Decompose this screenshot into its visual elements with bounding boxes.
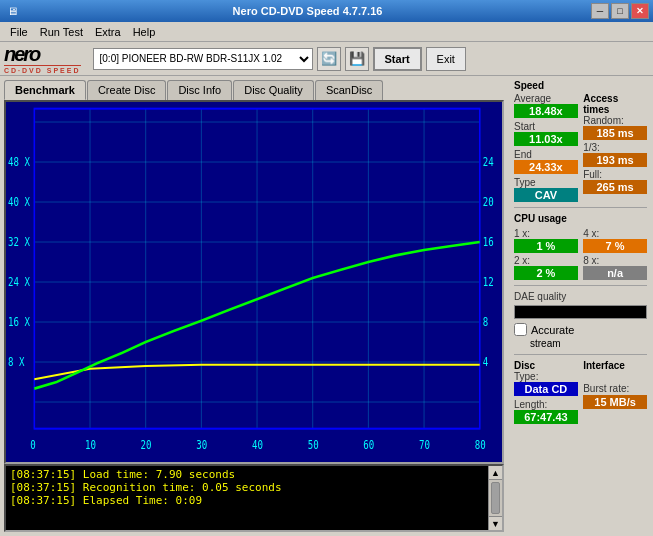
menu-run-test[interactable]: Run Test	[34, 24, 89, 40]
svg-text:12: 12	[483, 275, 494, 290]
svg-text:8 X: 8 X	[8, 355, 25, 370]
interface-col: Interface Burst rate: 15 MB/s	[583, 360, 647, 424]
one-third-label: 1/3:	[583, 142, 647, 153]
main-area: Benchmark Create Disc Disc Info Disc Qua…	[0, 76, 653, 536]
exit-button[interactable]: Exit	[426, 47, 466, 71]
refresh-icon-button[interactable]: 🔄	[317, 47, 341, 71]
menu-help[interactable]: Help	[127, 24, 162, 40]
svg-text:10: 10	[85, 437, 96, 452]
svg-text:0: 0	[30, 437, 35, 452]
disc-section-title: Disc	[514, 360, 578, 371]
disc-length-label: Length:	[514, 399, 578, 410]
average-label: Average	[514, 93, 578, 104]
end-value: 24.33x	[514, 160, 578, 174]
svg-text:40: 40	[252, 437, 263, 452]
log-line-3: [08:37:15] Elapsed Time: 0:09	[10, 494, 484, 507]
type-value: CAV	[514, 188, 578, 202]
cpu-1x-value: 1 %	[514, 239, 578, 253]
accurate-stream-row: Accurate	[514, 323, 647, 336]
menu-extra[interactable]: Extra	[89, 24, 127, 40]
tab-benchmark[interactable]: Benchmark	[4, 80, 86, 100]
save-icon-button[interactable]: 💾	[345, 47, 369, 71]
chart-container: 48 X 40 X 32 X 24 X 16 X 8 X 24 20 16 12…	[4, 100, 504, 464]
svg-text:80: 80	[475, 437, 486, 452]
maximize-button[interactable]: □	[611, 3, 629, 19]
speed-left: Average 18.48x Start 11.03x End 24.33x T…	[514, 93, 578, 202]
svg-text:16 X: 16 X	[8, 315, 30, 330]
tab-create-disc[interactable]: Create Disc	[87, 80, 166, 100]
log-scrollbar: ▲ ▼	[488, 466, 502, 530]
svg-text:60: 60	[363, 437, 374, 452]
random-value: 185 ms	[583, 126, 647, 140]
accurate-label: Accurate	[531, 324, 574, 336]
cpu-4x-value: 7 %	[583, 239, 647, 253]
toolbar: nero CD·DVD SPEED [0:0] PIONEER BD-RW BD…	[0, 42, 653, 76]
cpu-left: 1 x: 1 % 2 x: 2 %	[514, 228, 578, 280]
burst-value: 15 MB/s	[583, 395, 647, 409]
divider-2	[514, 285, 647, 286]
nero-logo-text: nero	[4, 44, 39, 64]
cpu-8x-label: 8 x:	[583, 255, 647, 266]
divider-3	[514, 354, 647, 355]
disc-type-value: Data CD	[514, 382, 578, 396]
chart-inner: 48 X 40 X 32 X 24 X 16 X 8 X 24 20 16 12…	[6, 102, 502, 462]
interface-title: Interface	[583, 360, 647, 371]
nero-logo: nero CD·DVD SPEED	[4, 44, 81, 74]
svg-text:24: 24	[483, 155, 494, 170]
stream-label: stream	[530, 338, 647, 349]
one-third-value: 193 ms	[583, 153, 647, 167]
logo-divider	[4, 65, 81, 66]
tab-disc-quality[interactable]: Disc Quality	[233, 80, 314, 100]
cpu-8x-value: n/a	[583, 266, 647, 280]
disc-length-value: 67:47.43	[514, 410, 578, 424]
random-label: Random:	[583, 115, 647, 126]
disc-type-label: Type:	[514, 371, 578, 382]
full-label: Full:	[583, 169, 647, 180]
disc-col: Disc Type: Data CD Length: 67:47.43	[514, 360, 578, 424]
start-button[interactable]: Start	[373, 47, 422, 71]
app-icon: 🖥	[4, 3, 20, 19]
log-content: [08:37:15] Load time: 7.90 seconds [08:3…	[6, 466, 488, 530]
cpu-2x-value: 2 %	[514, 266, 578, 280]
svg-text:16: 16	[483, 235, 494, 250]
svg-text:40 X: 40 X	[8, 195, 30, 210]
tab-scan-disc[interactable]: ScanDisc	[315, 80, 383, 100]
speed-stats: Average 18.48x Start 11.03x End 24.33x T…	[514, 93, 647, 202]
tab-disc-info[interactable]: Disc Info	[167, 80, 232, 100]
scrollbar-down-button[interactable]: ▼	[489, 516, 502, 530]
svg-text:50: 50	[308, 437, 319, 452]
log-line-1: [08:37:15] Load time: 7.90 seconds	[10, 468, 484, 481]
minimize-button[interactable]: ─	[591, 3, 609, 19]
svg-text:4: 4	[483, 355, 488, 370]
disc-interface-section: Disc Type: Data CD Length: 67:47.43 Inte…	[514, 360, 647, 424]
access-title: Access times	[583, 93, 647, 115]
close-button[interactable]: ✕	[631, 3, 649, 19]
end-label: End	[514, 149, 578, 160]
log-line-2: [08:37:15] Recognition time: 0.05 second…	[10, 481, 484, 494]
scrollbar-thumb[interactable]	[491, 482, 500, 514]
tab-bar: Benchmark Create Disc Disc Info Disc Qua…	[0, 76, 508, 100]
log-area: [08:37:15] Load time: 7.90 seconds [08:3…	[4, 464, 504, 532]
menu-file[interactable]: File	[4, 24, 34, 40]
burst-label: Burst rate:	[583, 383, 647, 394]
start-label: Start	[514, 121, 578, 132]
svg-text:20: 20	[483, 195, 494, 210]
cpu-section: 1 x: 1 % 2 x: 2 % 4 x: 7 % 8 x: n/a	[514, 228, 647, 280]
cpu-title: CPU usage	[514, 213, 647, 224]
cpu-1x-label: 1 x:	[514, 228, 578, 239]
dae-label: DAE quality	[514, 291, 647, 302]
average-value: 18.48x	[514, 104, 578, 118]
window-controls: ─ □ ✕	[591, 3, 649, 19]
nero-logo-sub: CD·DVD SPEED	[4, 67, 81, 74]
chart-svg: 48 X 40 X 32 X 24 X 16 X 8 X 24 20 16 12…	[6, 102, 502, 462]
start-value: 11.03x	[514, 132, 578, 146]
svg-text:8: 8	[483, 315, 488, 330]
accurate-stream-checkbox[interactable]	[514, 323, 527, 336]
menu-bar: File Run Test Extra Help	[0, 22, 653, 42]
right-panel: Speed Average 18.48x Start 11.03x End 24…	[508, 76, 653, 536]
drive-select[interactable]: [0:0] PIONEER BD-RW BDR-S11JX 1.02	[93, 48, 313, 70]
cpu-4x-label: 4 x:	[583, 228, 647, 239]
scrollbar-up-button[interactable]: ▲	[489, 466, 502, 480]
full-value: 265 ms	[583, 180, 647, 194]
svg-text:48 X: 48 X	[8, 155, 30, 170]
